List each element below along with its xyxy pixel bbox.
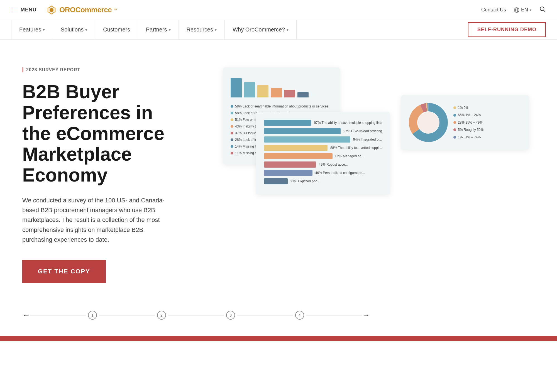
search-button[interactable] <box>539 6 546 14</box>
partners-chevron-icon: ▾ <box>169 28 171 32</box>
search-icon <box>539 6 546 13</box>
nav-label-features: Features <box>19 26 41 33</box>
nav-bar: Features ▾ Solutions ▾ Customers Partner… <box>0 20 557 40</box>
bar-chart-container <box>231 75 332 97</box>
svg-point-2 <box>50 8 53 12</box>
pg-line-5 <box>306 315 362 315</box>
logo-text: OROCommerce <box>59 6 112 14</box>
h-bar-row: 46% Personalized configuration... <box>264 170 382 176</box>
globe-icon <box>514 7 519 13</box>
prev-arrow[interactable]: ← <box>22 311 30 320</box>
nav-item-partners[interactable]: Partners ▾ <box>138 20 179 40</box>
nav-label-resources: Resources <box>187 26 213 33</box>
demo-button[interactable]: SELF-RUNNING DEMO <box>468 22 546 37</box>
resources-chevron-icon: ▾ <box>215 28 217 32</box>
bar-2 <box>244 82 255 97</box>
legend-item: 58% Lack of searchable information about… <box>231 103 332 110</box>
next-arrow[interactable]: → <box>362 311 370 320</box>
pg-dot-4[interactable]: 4 <box>295 311 304 320</box>
hero-title: B2B Buyer Preferences in the eCommerce M… <box>22 81 184 185</box>
donut-svg <box>409 103 448 142</box>
pagination: ← 1 2 3 4 → <box>0 300 557 336</box>
pg-line-1 <box>30 315 86 315</box>
bar-4 <box>271 88 282 97</box>
menu-button[interactable]: MENU <box>11 7 36 13</box>
nav-items: Features ▾ Solutions ▾ Customers Partner… <box>11 20 297 40</box>
h-bar-row: 97% CSV-upload ordering <box>264 128 382 134</box>
pg-line-2 <box>99 315 155 315</box>
chart-donut: 1% 0% 65% 1% – 24% 28% 25% – 49% 5% Roug… <box>401 95 529 150</box>
legend-item: 65% 1% – 24% <box>453 111 483 119</box>
legend-item: 28% 25% – 49% <box>453 119 483 126</box>
contact-link[interactable]: Contact Us <box>481 7 506 13</box>
hero-description: We conducted a survey of the 100 US- and… <box>22 195 167 244</box>
legend-item: 1% 51% – 74% <box>453 134 483 141</box>
h-bar-row: 94% Integrated pl... <box>264 136 382 143</box>
nav-label-why: Why OroCommerce? <box>233 26 285 33</box>
bar-6 <box>297 92 309 97</box>
donut-inner: 1% 0% 65% 1% – 24% 28% 25% – 49% 5% Roug… <box>409 103 521 142</box>
h-bar-row: 88% The ability to... vetted suppli... <box>264 145 382 151</box>
bottom-red-bar <box>0 336 557 341</box>
nav-label-partners: Partners <box>146 26 167 33</box>
menu-icon <box>11 8 18 12</box>
solutions-chevron-icon: ▾ <box>85 28 87 32</box>
svg-line-7 <box>544 10 545 12</box>
bar-5 <box>284 90 295 97</box>
donut-legend: 1% 0% 65% 1% – 24% 28% 25% – 49% 5% Roug… <box>453 104 483 141</box>
pg-line-3 <box>168 315 224 315</box>
nav-label-solutions: Solutions <box>61 26 84 33</box>
bar-3 <box>257 85 268 97</box>
nav-item-solutions[interactable]: Solutions ▾ <box>53 20 95 40</box>
why-chevron-icon: ▾ <box>287 28 289 32</box>
hero-left: 2023 SURVEY REPORT B2B Buyer Preferences… <box>22 62 184 283</box>
nav-label-customers: Customers <box>103 26 130 33</box>
lang-label: EN <box>521 7 528 13</box>
logo-icon <box>45 4 58 16</box>
svg-point-13 <box>418 112 439 133</box>
bar-1 <box>231 78 242 97</box>
h-bar-row: 97% The ability to save multiple shoppin… <box>264 120 382 126</box>
lang-button[interactable]: EN ▾ <box>514 7 531 13</box>
pg-dot-3[interactable]: 3 <box>226 311 235 320</box>
nav-item-resources[interactable]: Resources ▾ <box>179 20 225 40</box>
features-chevron-icon: ▾ <box>43 28 45 32</box>
legend-item: 1% 0% <box>453 104 483 111</box>
top-bar: MENU OROCommerce ™ Contact Us EN ▾ <box>0 0 557 20</box>
hero-section: 2023 SURVEY REPORT B2B Buyer Preferences… <box>0 40 557 300</box>
nav-item-customers[interactable]: Customers <box>95 20 138 40</box>
pg-line-4 <box>237 315 293 315</box>
chart-horizontal-bars: 97% The ability to save multiple shoppin… <box>256 112 390 194</box>
pg-dot-1[interactable]: 1 <box>88 311 97 320</box>
menu-label: MENU <box>21 7 36 13</box>
get-copy-button[interactable]: GET THE COPY <box>22 260 106 283</box>
survey-badge: 2023 SURVEY REPORT <box>22 67 80 72</box>
hero-charts: 58% Lack of searchable information about… <box>201 56 546 251</box>
nav-item-why[interactable]: Why OroCommerce? ▾ <box>225 20 297 40</box>
h-bar-row: 49% Robust acce... <box>264 161 382 168</box>
lang-chevron-icon: ▾ <box>530 8 531 12</box>
pg-dot-2[interactable]: 2 <box>157 311 166 320</box>
logo[interactable]: OROCommerce ™ <box>45 4 117 16</box>
legend-item: 5% Roughly 50% <box>453 126 483 133</box>
logo-tm: ™ <box>113 8 117 12</box>
h-bar-row: 62% Managed co... <box>264 153 382 159</box>
nav-item-features[interactable]: Features ▾ <box>11 20 53 40</box>
h-bar-row: 21% Digitized pric... <box>264 178 382 184</box>
